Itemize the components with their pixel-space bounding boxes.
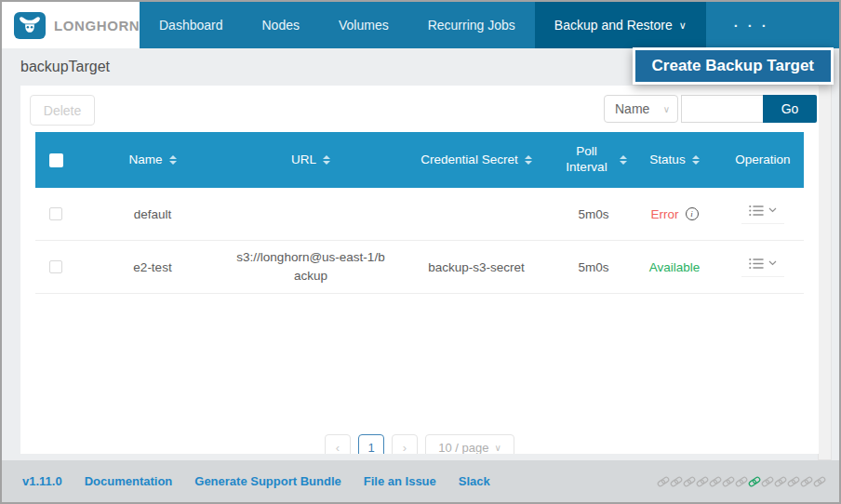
footer-link-slack[interactable]: Slack: [459, 474, 490, 488]
column-header-poll-interval[interactable]: Poll Interval: [560, 144, 627, 176]
delete-button[interactable]: Delete: [30, 95, 95, 126]
column-label: Status: [649, 153, 685, 168]
nav-item-backup-and-restore[interactable]: Backup and Restore ∨: [535, 2, 706, 48]
chain-link-icon[interactable]: [787, 475, 800, 488]
chain-link-icon[interactable]: [813, 475, 826, 488]
nav-item-nodes[interactable]: Nodes: [243, 2, 319, 48]
create-backup-target-menu-item[interactable]: Create Backup Target: [633, 47, 834, 85]
chevron-down-icon: ∨: [494, 443, 501, 453]
divider: [741, 276, 784, 277]
sort-icon[interactable]: [620, 155, 627, 165]
column-header-operation: Operation: [722, 153, 804, 168]
filter-toolbar: Name ∨ Go: [604, 95, 817, 123]
table-row-default: default 5m0s Error: [35, 188, 804, 241]
column-label: Credential Secret: [420, 153, 517, 168]
vertical-scrollbar[interactable]: [818, 48, 832, 460]
column-label: Operation: [735, 153, 790, 168]
chain-link-icon[interactable]: [709, 475, 722, 488]
footer-link-file-an-issue[interactable]: File an Issue: [364, 474, 436, 488]
chain-link-icon[interactable]: [735, 475, 748, 488]
chevron-down-icon: [768, 207, 777, 213]
table-row-e2-test: e2-test s3://longhorn@us-east-1/backup b…: [35, 241, 804, 294]
nav-menu: Dashboard Nodes Volumes Recurring Jobs B…: [140, 2, 804, 48]
chain-link-icon[interactable]: [670, 475, 683, 488]
footer-chain-icons: [657, 475, 826, 488]
status-text: Available: [649, 260, 701, 274]
chain-link-icon[interactable]: [696, 475, 709, 488]
cell-poll-interval: 5m0s: [560, 260, 627, 274]
chevron-down-icon: ∨: [663, 104, 670, 114]
bull-icon: [14, 12, 46, 39]
list-menu-icon: [749, 205, 764, 217]
select-all-checkbox[interactable]: [49, 153, 63, 167]
brand-logo[interactable]: LONGHORN: [2, 2, 140, 48]
filter-field-select[interactable]: Name ∨: [604, 95, 678, 123]
sort-icon[interactable]: [525, 155, 532, 165]
nav-item-dashboard[interactable]: Dashboard: [140, 2, 243, 48]
pagination-prev-button[interactable]: ‹: [325, 434, 351, 454]
info-icon[interactable]: [686, 207, 699, 220]
cell-poll-interval: 5m0s: [560, 207, 627, 221]
search-input[interactable]: [681, 95, 763, 123]
chain-link-icon[interactable]: [774, 475, 787, 488]
nav-item-more[interactable]: ···: [706, 2, 804, 48]
page-size-value: 10 / page: [438, 441, 488, 455]
page-size-select[interactable]: 10 / page ∨: [425, 434, 514, 454]
top-navbar: LONGHORN Dashboard Nodes Volumes Recurri…: [2, 2, 839, 48]
nav-item-volumes[interactable]: Volumes: [319, 2, 408, 48]
cell-credential-secret: backup-s3-secret: [393, 260, 560, 274]
column-header-credential-secret[interactable]: Credential Secret: [393, 153, 560, 168]
column-label: URL: [291, 153, 316, 168]
column-header-status[interactable]: Status: [627, 153, 722, 168]
footer-link-version[interactable]: v1.11.0: [22, 474, 62, 488]
chain-link-icon[interactable]: [683, 475, 696, 488]
pagination-next-button[interactable]: ›: [392, 434, 418, 454]
pagination-page-1-button[interactable]: 1: [358, 434, 384, 454]
column-header-name[interactable]: Name: [76, 153, 229, 168]
chain-link-icon[interactable]: [800, 475, 813, 488]
brand-name: LONGHORN: [54, 18, 140, 33]
nav-item-label: Backup and Restore: [554, 18, 673, 33]
chain-link-icon[interactable]: [722, 475, 735, 488]
table-header-row: Name URL Credential Secret Poll Interval…: [35, 132, 804, 188]
pagination: ‹ 1 › 10 / page ∨: [20, 434, 819, 454]
nav-item-recurring-jobs[interactable]: Recurring Jobs: [408, 2, 535, 48]
chevron-down-icon: ∨: [679, 20, 687, 32]
table-body: default 5m0s Error: [35, 188, 804, 294]
chain-link-icon-active[interactable]: [748, 475, 761, 488]
backup-target-card: Delete Name ∨ Go Name URL: [20, 86, 819, 454]
chain-link-icon[interactable]: [657, 475, 670, 488]
operation-menu-button[interactable]: [741, 258, 784, 277]
page-title: backupTarget: [2, 48, 110, 86]
footer-link-documentation[interactable]: Documentation: [85, 474, 173, 488]
list-menu-icon: [749, 258, 764, 270]
cell-name: default: [76, 207, 229, 221]
status-text: Error: [651, 207, 679, 221]
cell-url: s3://longhorn@us-east-1/backup: [229, 248, 393, 285]
cell-status: Available: [627, 260, 722, 274]
operation-menu-button[interactable]: [741, 205, 784, 224]
row-checkbox[interactable]: [49, 207, 62, 220]
chevron-down-icon: [768, 260, 777, 266]
sort-icon[interactable]: [323, 155, 330, 165]
chain-link-icon[interactable]: [761, 475, 774, 488]
column-header-url[interactable]: URL: [229, 153, 393, 168]
column-label: Poll Interval: [560, 144, 613, 176]
cell-name: e2-test: [76, 260, 229, 274]
sort-icon[interactable]: [169, 155, 177, 165]
footer-links: v1.11.0 Documentation Generate Support B…: [22, 474, 490, 488]
footer-link-generate-support-bundle[interactable]: Generate Support Bundle: [194, 474, 340, 488]
footer: v1.11.0 Documentation Generate Support B…: [2, 460, 839, 502]
backup-target-table: Name URL Credential Secret Poll Interval…: [35, 132, 804, 294]
row-checkbox[interactable]: [49, 260, 62, 273]
longhorn-app-window: LONGHORN Dashboard Nodes Volumes Recurri…: [0, 0, 841, 504]
cell-status: Error: [627, 207, 722, 221]
go-button[interactable]: Go: [763, 95, 817, 123]
sort-icon[interactable]: [692, 155, 700, 165]
filter-field-value: Name: [615, 101, 649, 116]
column-label: Name: [128, 153, 162, 168]
divider: [741, 223, 784, 224]
